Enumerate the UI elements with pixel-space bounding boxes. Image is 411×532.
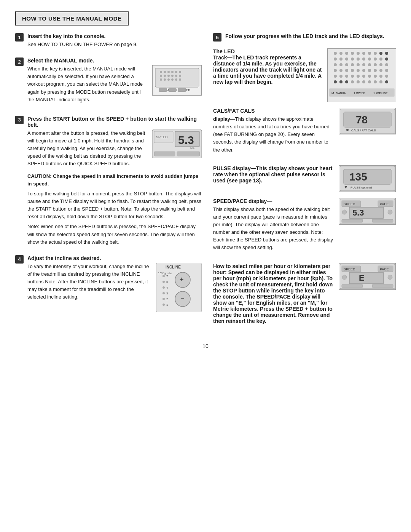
svg-point-10 [171, 75, 174, 77]
svg-text:+: + [180, 276, 184, 283]
svg-point-109 [357, 80, 360, 83]
svg-point-56 [351, 52, 354, 55]
page-header: HOW TO USE THE MANUAL MODE [15, 11, 129, 26]
svg-point-78 [351, 63, 354, 66]
step-3: 3 Press the START button or the SPEED + … [15, 116, 202, 248]
svg-text:MANUAL: MANUAL [336, 92, 347, 94]
svg-text:1  2  3: 1 2 3 [354, 91, 360, 95]
svg-point-15 [167, 78, 170, 81]
svg-point-65 [334, 58, 337, 61]
svg-point-101 [368, 75, 371, 78]
led-track-image: M MANUAL SPEED INCLINE 1 2 3 1 2 3 [327, 48, 396, 102]
step-3-content: Press the START button or the SPEED + bu… [27, 116, 202, 248]
svg-point-67 [345, 58, 348, 61]
svg-rect-23 [169, 88, 176, 92]
svg-point-16 [171, 78, 174, 81]
step-3-title: Press the START button or the SPEED + bu… [27, 116, 202, 128]
step-4-text: To vary the intensity of your workout, c… [27, 263, 152, 312]
svg-point-111 [368, 80, 371, 83]
cals-title: CALS/FAT CALS [213, 108, 333, 114]
svg-point-108 [351, 80, 354, 83]
svg-rect-142 [372, 219, 393, 222]
svg-point-43 [162, 292, 165, 294]
svg-point-54 [339, 52, 342, 55]
svg-point-55 [345, 52, 348, 55]
svg-rect-32 [177, 152, 200, 156]
svg-point-80 [362, 63, 365, 66]
svg-point-77 [345, 63, 348, 66]
svg-text:CALS / FAT CALS: CALS / FAT CALS [351, 129, 376, 132]
svg-rect-153 [372, 284, 393, 288]
step-4-incline-image: INCLINE 10%grade + − [156, 263, 202, 312]
svg-point-53 [334, 52, 337, 55]
svg-point-89 [357, 69, 360, 72]
svg-point-68 [351, 58, 354, 61]
svg-point-95 [334, 75, 337, 78]
svg-point-151 [388, 275, 392, 280]
speed-pace-body: This display shows both the speed of the… [213, 206, 333, 252]
svg-point-81 [368, 63, 371, 66]
step-4-title: Adjust the incline as desired. [27, 255, 202, 261]
pulse-section: PULSE display—This display shows your he… [213, 165, 396, 192]
svg-point-2 [164, 71, 166, 73]
svg-point-94 [385, 69, 388, 72]
svg-point-87 [345, 69, 348, 72]
step-2-number: 2 [15, 58, 24, 66]
speed-pace-title: SPEED/PACE display— [213, 198, 333, 204]
svg-point-112 [374, 80, 377, 83]
svg-point-137 [342, 210, 347, 214]
svg-point-84 [385, 63, 388, 66]
svg-text:7: 7 [166, 275, 168, 278]
svg-point-41 [162, 281, 165, 283]
left-column: 1 Insert the key into the console. See H… [15, 33, 202, 332]
miles-km-text: How to select miles per hour or kilomete… [213, 263, 333, 326]
step-5-title: Follow your progress with the LED track … [225, 33, 396, 39]
svg-point-148 [342, 275, 347, 280]
svg-text:4: 4 [166, 286, 168, 289]
miles-km-title: How to select miles per hour or kilomete… [213, 263, 333, 324]
svg-point-93 [379, 69, 382, 72]
step-2-with-image: When the key is inserted, the MANUAL mod… [27, 65, 202, 106]
svg-point-91 [368, 69, 371, 72]
step-1-content: Insert the key into the console. See HOW… [27, 33, 202, 51]
miles-km-section: How to select miles per hour or kilomete… [213, 263, 396, 326]
svg-text:E: E [359, 273, 365, 283]
svg-point-60 [374, 52, 377, 55]
step-2-console-image: M MANUAL SPEED [152, 65, 202, 96]
step-5: 5 Follow your progress with the LED trac… [213, 33, 396, 42]
svg-text:135: 135 [349, 171, 367, 183]
svg-text:1  2  3: 1 2 3 [373, 91, 380, 95]
page-number: 10 [15, 343, 396, 349]
svg-text:SPEED: SPEED [156, 135, 168, 139]
step-2: 2 Select the MANUAL mode. When the key i… [15, 58, 202, 109]
svg-point-45 [162, 304, 165, 306]
svg-rect-22 [159, 88, 167, 92]
pulse-title: PULSE display—This display shows your he… [213, 165, 333, 184]
step-1: 1 Insert the key into the console. See H… [15, 33, 202, 51]
svg-point-97 [345, 75, 348, 78]
svg-text:PULSE optional: PULSE optional [350, 186, 372, 189]
step-3-number: 3 [15, 116, 24, 124]
svg-point-104 [385, 75, 388, 78]
svg-point-7 [160, 75, 162, 77]
svg-point-12 [179, 75, 181, 77]
pulse-image: 135 ♥ PULSE optional [339, 165, 396, 192]
svg-point-18 [179, 78, 181, 81]
svg-point-73 [379, 58, 382, 61]
svg-text:6: 6 [166, 280, 168, 284]
led-track-title: The LED Track—The LED track represents a… [213, 48, 322, 85]
step-5-number: 5 [213, 33, 221, 42]
svg-text:PA: PA [190, 146, 194, 150]
step-4-content: Adjust the incline as desired. To vary t… [27, 255, 202, 315]
svg-point-113 [379, 80, 382, 83]
svg-point-75 [334, 63, 337, 66]
led-track-text: The LED Track—The LED track represents a… [213, 48, 322, 102]
svg-point-8 [164, 75, 166, 77]
svg-rect-152 [342, 284, 363, 288]
pulse-text: PULSE display—This display shows your he… [213, 165, 333, 192]
svg-point-1 [160, 71, 162, 73]
speed-pace-section: SPEED/PACE display— This display shows b… [213, 198, 396, 257]
svg-text:INCLINE: INCLINE [166, 265, 181, 269]
step-3-text-top: A moment after the button is pressed, th… [27, 129, 148, 170]
svg-point-105 [334, 80, 337, 83]
